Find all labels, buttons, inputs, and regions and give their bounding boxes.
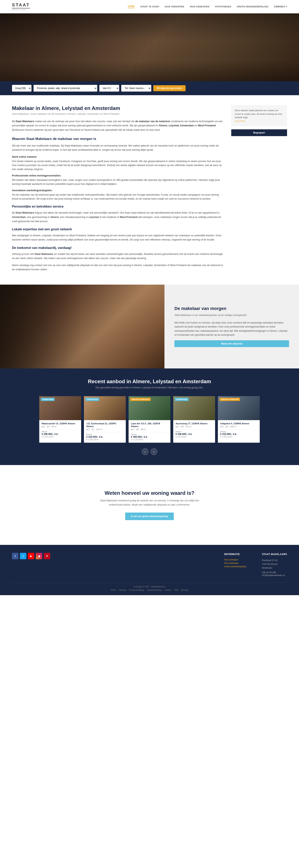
footer-bottom-links: Home Sitemap Privacyverklaring Cookiever… (111, 589, 188, 591)
prop-price-label-5: Prijs (220, 431, 257, 433)
nav-huis-aankopen[interactable]: HUIS AANKOPEN (190, 5, 209, 8)
prop-area-5: 188 m² (230, 426, 236, 428)
prop-rooms-4: ⊞ 5 (181, 426, 184, 428)
koop-select[interactable]: Koop [59] (12, 85, 32, 92)
waarde-button[interactable]: Ik wil een gratis waardebepaling! (125, 513, 174, 520)
social-facebook[interactable]: f (12, 553, 18, 559)
social-youtube[interactable]: ▶ (28, 553, 34, 559)
prop-price-label-1: Prijs (42, 431, 79, 433)
prop-body-1: Makassarhof 14, 1335HV Almere 🛏 3 ⊞ 4 48… (39, 420, 81, 440)
prop-body-5: Indigohof 4, 1339HS Almere 🛏 5 ⊞ 4 188 m… (218, 420, 260, 440)
prop-beds-4: 🛏 4 (176, 426, 179, 428)
section-toekomst-text1: Verkoop je huis met Staat Makelaars en o… (12, 252, 223, 261)
social-twitter[interactable]: t (20, 553, 26, 559)
property-card-4[interactable]: ONDER BOD Azorenweg 77, 1339VK Almere 🛏 … (173, 396, 215, 443)
prop-price-label-4: Prijs (176, 431, 213, 433)
middle-content: De makelaar van morgen Staat Makelaars i… (164, 285, 299, 368)
location-select[interactable]: Provincie, plaats, wijk, straat of postc… (33, 85, 97, 92)
nav-staat-te-koop[interactable]: STAAT TE KOOP (140, 5, 159, 8)
logo[interactable]: STAAT makelaars (12, 2, 30, 11)
nav-contact[interactable]: CONTACT (274, 5, 287, 8)
middle-section: De makelaar van morgen Staat Makelaars i… (0, 285, 299, 368)
property-card-5[interactable]: NIEUW IN VERKOOP Indigohof 4, 1339HS Alm… (218, 396, 260, 443)
prop-price-m2-5: € 3.401,64/m² (220, 436, 257, 438)
footer-col-staat: Staat Makelaars Randstad 22 401316 BZ Al… (262, 553, 287, 577)
bullet-title-3: Innovatieve marketingstrategieën: (12, 188, 223, 192)
property-card-1[interactable]: ONDER BOD Makassarhof 14, 1335HV Almere … (39, 396, 81, 443)
prop-area-3: 98 m² (141, 428, 146, 431)
cookie-read-more[interactable]: Lees meer (235, 120, 245, 122)
section-lokaal-text: Met vestigingen in Almere, Lelystad, Ams… (12, 234, 223, 242)
bullet-text-2: We bieden niet alleen standaard woningfo… (12, 179, 220, 185)
main-nav: HOME STAAT TE KOOP HUIS VERKOPEN HUIS AA… (128, 5, 287, 8)
prop-price-3: € 365.000,- k.k. (131, 435, 168, 438)
prop-meta-1: 🛏 3 ⊞ 4 48 m² (42, 426, 79, 428)
recent-section: Recent aanbod in Almere, Lelystad en Ams… (0, 368, 299, 465)
middle-image (0, 285, 164, 368)
section-lokaal-title: Lokale expertise met een groot netwerk (12, 227, 223, 231)
hero-overlay (0, 13, 299, 81)
cookie-box: Deze website maakt gebruik van cookies o… (231, 105, 287, 126)
logo-sub: makelaars (12, 9, 27, 11)
footer-link-huis-aankopen[interactable]: Huis aankopen (224, 562, 246, 564)
prop-price-2: € 415.000,- k.k. (86, 435, 123, 438)
prop-area-4: 152 m² (186, 426, 192, 428)
page-title: Makelaar in Almere, Lelystad en Amsterda… (12, 105, 223, 112)
prop-meta-5: 🛏 5 ⊞ 4 188 m² (220, 426, 257, 428)
footer-link-huis-verkopen[interactable]: Huis verkopen (224, 558, 246, 561)
prop-meta-2: 🛏 5 ⊞ 7 145 m² (86, 428, 123, 431)
footer-bottom-sitemap2[interactable]: Sitemap (181, 589, 188, 591)
footer-bottom-faq[interactable]: FAQ (174, 589, 178, 591)
main-content: Makelaar in Almere, Lelystad en Amsterda… (12, 105, 223, 275)
properties-grid: ONDER BOD Makassarhof 14, 1335HV Almere … (12, 396, 287, 443)
afspraak-button[interactable]: Maak een afspraak (174, 340, 289, 347)
carousel-controls: ‹ › (12, 448, 287, 455)
prop-meta-4: 🛏 4 ⊞ 5 152 m² (176, 426, 213, 428)
prop-price-4: € 530.000,- k.k. (176, 433, 213, 435)
nav-gratis-waardebepaling[interactable]: GRATIS WAARDEBEPALING (237, 5, 268, 8)
prop-rooms-2: ⊞ 7 (92, 428, 95, 431)
prop-body-2: J.D. Zocherstraat 21, 1333PC Almere 🛏 5 … (84, 420, 126, 443)
nav-home[interactable]: HOME (128, 5, 135, 8)
section-waarom-title: Waarom Staat Makelaars dé makelaar van m… (12, 137, 223, 141)
prop-title-4: Azorenweg 77, 1339VK Almere (176, 422, 213, 425)
nav-huis-verkopen[interactable]: HUIS VERKOPEN (165, 5, 184, 8)
search-button[interactable]: 59 objecten gevonden (153, 85, 186, 91)
footer-bottom-sitemap[interactable]: Sitemap (119, 589, 126, 591)
footer-col1-title: Informatie (224, 553, 246, 556)
footer-email: info@staatmakelaars.nl (262, 574, 285, 577)
prop-body-3: Laan der V.O.C. 256, 1335TA Almere 🛏 3 ⊞… (129, 420, 170, 443)
footer-bottom: Copyright © 2025 - Staat Makelaars Home … (12, 583, 287, 591)
recent-title: Recent aanbod in Almere, Lelystad en Ams… (12, 378, 287, 384)
footer-bottom-contact[interactable]: Contact (164, 589, 171, 591)
property-card-2[interactable]: ONDER BOD J.D. Zocherstraat 21, 1333PC A… (84, 396, 126, 443)
section-waarom-text: Wij zijn meer dan een traditionele makel… (12, 144, 223, 152)
carousel-next-button[interactable]: › (151, 448, 157, 455)
price-to-select[interactable]: Tot: Geen maxmu... (121, 85, 151, 92)
prop-title-5: Indigohof 4, 1339HS Almere (220, 422, 257, 425)
prop-badge-5: NIEUW IN VERKOOP (220, 398, 240, 401)
footer-bottom-privacy[interactable]: Privacyverklaring (129, 589, 144, 591)
prop-price-m2-1: € 6.041,67/m² (42, 436, 79, 438)
bullet-text-1: Ons brede netwerk op social media, zoals… (12, 160, 222, 170)
footer-bottom-home[interactable]: Home (111, 589, 116, 591)
prop-rooms-1: ⊞ 4 (47, 426, 50, 428)
nav-hypotheken[interactable]: HYPOTHEKEN (215, 5, 231, 8)
prop-beds-1: 🛏 3 (42, 426, 45, 428)
footer-address: Randstad 22 401316 BZ AlmereNederland (262, 558, 287, 569)
social-pinterest[interactable]: P (44, 553, 50, 559)
prop-badge-4: ONDER BOD (175, 398, 189, 401)
footer-link-waardebepaling[interactable]: Gratis waardebepaling (224, 565, 246, 568)
property-card-3[interactable]: NIEUW IN VERKOOP Laan der V.O.C. 256, 13… (129, 396, 170, 443)
price-from-select[interactable]: Van € 0 (99, 85, 119, 92)
carousel-prev-button[interactable]: ‹ (142, 448, 148, 455)
footer-copyright: Copyright © 2025 - Staat Makelaars (134, 586, 165, 588)
social-instagram[interactable]: ◉ (36, 553, 42, 559)
prop-badge-3: NIEUW IN VERKOOP (130, 398, 151, 401)
prop-price-label-3: Prijs (131, 434, 168, 435)
cookie-accept-button[interactable]: Begrepen! (231, 129, 287, 136)
middle-text: Met liefde voor huizen en mensen, wij st… (174, 321, 289, 337)
prop-image-2: ONDER BOD (84, 396, 126, 420)
bullet-item-2: Professionele online woningpresentaties:… (12, 174, 223, 186)
footer-bottom-cookie[interactable]: Cookieverklaring (147, 589, 162, 591)
